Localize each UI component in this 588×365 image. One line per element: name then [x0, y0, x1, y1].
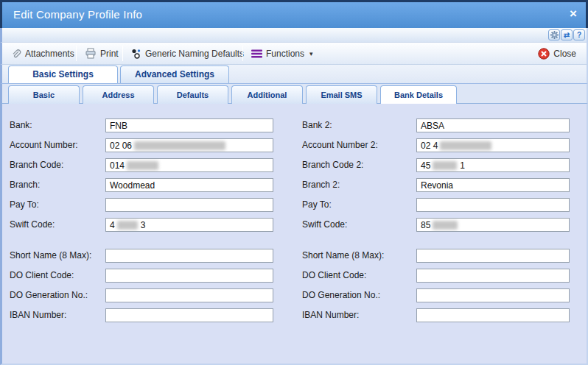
redacted-value	[433, 221, 458, 230]
account-number2-label: Account Number 2:	[302, 138, 378, 152]
print-label: Print	[100, 49, 119, 59]
bank2-input[interactable]: ABSA	[416, 118, 570, 132]
form-row: Swift Code: 43 Swift Code: 85	[2, 218, 584, 232]
chevron-down-icon: ▾	[309, 50, 313, 57]
short-name-input[interactable]	[105, 249, 273, 263]
sub-tab-strip: Basic Address Defaults Additional Email …	[0, 83, 588, 104]
printer-icon	[85, 48, 97, 59]
field-value: ABSA	[421, 121, 444, 131]
field-value-suffix: 3	[141, 220, 146, 230]
help-button[interactable]: ?	[573, 29, 585, 40]
naming-dots-icon	[131, 49, 141, 59]
iban-number2-label: IBAN Number:	[302, 308, 359, 322]
pay-to-label: Pay To:	[10, 198, 39, 212]
bank2-label: Bank 2:	[302, 118, 332, 132]
redacted-value	[433, 161, 457, 170]
swift-code-label: Swift Code:	[10, 218, 55, 232]
close-button[interactable]: Close	[535, 43, 579, 64]
tab-email-sms[interactable]: Email SMS	[306, 85, 377, 104]
do-client-code2-label: DO Client Code:	[302, 269, 366, 283]
account-number2-input[interactable]: 02 4	[416, 138, 570, 152]
field-value: Woodmead	[110, 180, 155, 191]
settings-gear-button[interactable]	[548, 29, 560, 40]
pay-to2-input[interactable]	[416, 198, 570, 212]
swift-code2-label: Swift Code:	[302, 218, 347, 232]
menu-bars-icon	[251, 49, 262, 58]
redacted-value	[440, 141, 491, 150]
close-label: Close	[553, 49, 576, 59]
field-value: 45	[421, 160, 430, 171]
refresh-button[interactable]: ⇄	[561, 29, 573, 40]
branch2-input[interactable]: Revonia	[416, 178, 570, 192]
iban-number2-input[interactable]	[416, 308, 570, 322]
tab-label: Basic	[33, 91, 55, 99]
branch-code2-label: Branch Code 2:	[302, 158, 363, 172]
attachments-button[interactable]: Attachments	[8, 43, 77, 64]
tab-additional[interactable]: Additional	[231, 85, 303, 104]
red-x-icon	[538, 48, 550, 60]
tab-advanced-settings[interactable]: Advanced Settings	[120, 65, 229, 83]
redacted-value	[134, 141, 225, 150]
tab-label: Additional	[248, 91, 287, 99]
tab-bank-details[interactable]: Bank Details	[380, 85, 457, 104]
refresh-icon: ⇄	[564, 31, 570, 39]
paperclip-icon	[11, 49, 21, 59]
tab-basic-settings[interactable]: Basic Settings	[8, 65, 118, 83]
pay-to-input[interactable]	[105, 198, 273, 212]
do-client-code-label: DO Client Code:	[10, 269, 74, 283]
branch-code2-input[interactable]: 451	[416, 158, 570, 172]
tab-label: Basic Settings	[32, 69, 94, 79]
iban-number-input[interactable]	[105, 308, 273, 322]
bank-input[interactable]: FNB	[105, 118, 273, 132]
swift-code2-input[interactable]: 85	[416, 218, 570, 232]
functions-dropdown-button[interactable]: Functions ▾	[248, 43, 316, 64]
toolbar-separator	[122, 46, 123, 61]
toolbar-separator	[242, 46, 243, 61]
tab-defaults[interactable]: Defaults	[157, 85, 228, 104]
do-generation-no-label: DO Generation No.:	[10, 288, 88, 302]
form-row: Short Name (8 Max): Short Name (8 Max):	[2, 249, 584, 263]
branch-input[interactable]: Woodmead	[105, 178, 273, 192]
gear-icon	[550, 31, 559, 39]
field-value-suffix: 1	[460, 160, 465, 171]
redacted-value	[117, 221, 138, 230]
field-value: 014	[110, 160, 125, 171]
window-close-icon[interactable]: ×	[570, 7, 577, 21]
tab-address[interactable]: Address	[83, 85, 154, 104]
account-number-input[interactable]: 02 06	[105, 138, 273, 152]
main-tab-strip: Basic Settings Advanced Settings	[0, 65, 588, 83]
form-row: IBAN Number: IBAN Number:	[2, 308, 584, 322]
bank-label: Bank:	[10, 118, 32, 132]
do-client-code2-input[interactable]	[416, 269, 570, 283]
print-button[interactable]: Print	[82, 43, 122, 64]
functions-label: Functions	[266, 49, 304, 59]
tab-basic[interactable]: Basic	[8, 85, 80, 104]
tab-label: Email SMS	[321, 91, 362, 99]
short-name-label: Short Name (8 Max):	[10, 249, 91, 263]
field-value: 02 4	[421, 141, 438, 151]
do-client-code-input[interactable]	[105, 269, 273, 283]
field-value: FNB	[110, 121, 127, 131]
window-title: Edit Company Profile Info	[13, 8, 142, 21]
short-name2-label: Short Name (8 Max):	[302, 249, 384, 263]
swift-code-input[interactable]: 43	[105, 218, 273, 232]
form-row: Bank: FNB Bank 2: ABSA	[2, 118, 584, 132]
generic-naming-defaults-button[interactable]: Generic Naming Defaults	[128, 43, 247, 64]
do-generation-no-input[interactable]	[105, 288, 273, 302]
form-row: DO Generation No.: DO Generation No.:	[2, 288, 584, 302]
tab-label: Defaults	[177, 91, 209, 99]
form-row: Branch Code: 014 Branch Code 2: 451	[2, 158, 584, 172]
tab-label: Bank Details	[394, 91, 443, 99]
form-row: DO Client Code: DO Client Code:	[2, 269, 584, 283]
field-value: 02 06	[110, 141, 132, 151]
attachments-label: Attachments	[25, 49, 74, 59]
title-bar: Edit Company Profile Info ×	[0, 0, 588, 28]
redacted-value	[127, 161, 158, 170]
branch-code-input[interactable]: 014	[105, 158, 273, 172]
field-value: Revonia	[421, 180, 453, 191]
do-generation-no2-input[interactable]	[416, 288, 570, 302]
tab-label: Address	[102, 91, 134, 99]
toolbar-separator	[76, 46, 77, 61]
help-icon: ?	[577, 31, 581, 39]
short-name2-input[interactable]	[416, 249, 570, 263]
